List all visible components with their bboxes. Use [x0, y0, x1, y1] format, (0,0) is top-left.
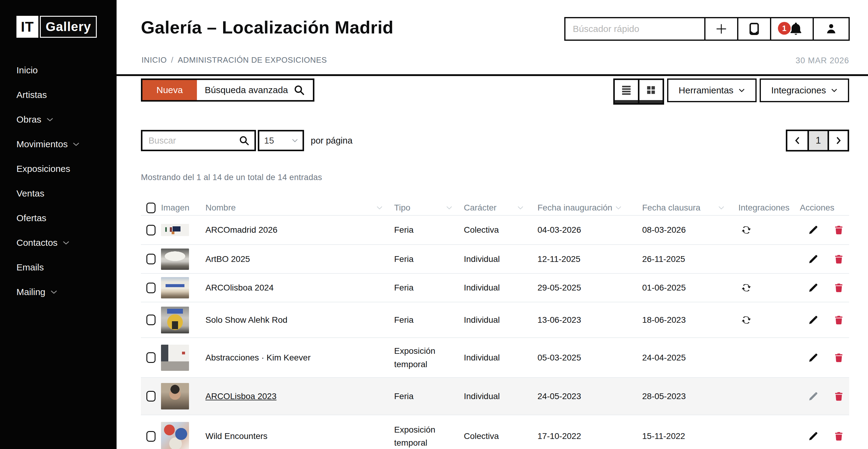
- date-opening: 04-03-2026: [537, 223, 642, 236]
- sort-chevron-icon[interactable]: [718, 206, 725, 210]
- delete-icon[interactable]: [833, 315, 844, 325]
- delete-icon[interactable]: [833, 282, 844, 293]
- table-row[interactable]: Solo Show Alehk Rod Feria Individual 13-…: [141, 302, 849, 338]
- row-checkbox[interactable]: [146, 315, 156, 325]
- pagination: 1: [786, 130, 849, 152]
- delete-icon[interactable]: [833, 431, 844, 442]
- date-closing: 08-03-2026: [642, 223, 738, 236]
- row-checkbox[interactable]: [146, 225, 156, 235]
- quick-add-button[interactable]: [704, 18, 737, 39]
- date-opening: 29-05-2025: [537, 281, 642, 294]
- edit-icon[interactable]: [808, 352, 819, 363]
- integrations-dropdown[interactable]: Integraciones: [760, 78, 849, 102]
- sync-icon[interactable]: [741, 315, 752, 325]
- breadcrumb-home[interactable]: INICIO: [142, 55, 167, 65]
- new-button[interactable]: Nueva: [143, 80, 197, 100]
- table-row[interactable]: ARCOlisboa 2024 Feria Individual 29-05-2…: [141, 273, 849, 302]
- tools-label: Herramientas: [679, 85, 734, 96]
- advanced-search-label: Búsqueda avanzada: [205, 85, 288, 95]
- sidebar-item-label: Ofertas: [17, 213, 46, 223]
- edit-icon[interactable]: [808, 391, 819, 402]
- exhibition-name[interactable]: ARCOmadrid 2026: [206, 225, 278, 235]
- edit-icon[interactable]: [808, 431, 819, 442]
- sidebar-item-label: Inicio: [17, 65, 38, 75]
- exhibition-name[interactable]: ARCOlisboa 2024: [206, 283, 274, 293]
- edit-icon[interactable]: [808, 254, 819, 265]
- column-caracter[interactable]: Carácter: [464, 203, 496, 213]
- sort-chevron-icon[interactable]: [445, 206, 453, 210]
- edit-icon[interactable]: [808, 315, 819, 325]
- toolbar-right: Herramientas Integraciones: [613, 78, 849, 105]
- exhibition-name[interactable]: ARCOLisboa 2023: [206, 391, 276, 401]
- edit-icon[interactable]: [808, 224, 819, 235]
- delete-icon[interactable]: [833, 254, 844, 265]
- table-row[interactable]: ARCOLisboa 2023 Feria Individual 24-05-2…: [141, 377, 849, 415]
- sidebar-item-contactos[interactable]: Contactos: [0, 230, 117, 255]
- delete-icon[interactable]: [833, 352, 844, 363]
- sort-chevron-icon[interactable]: [615, 206, 622, 210]
- sidebar-item-inicio[interactable]: Inicio: [0, 58, 117, 83]
- device-button[interactable]: [737, 18, 770, 39]
- chevron-down-icon: [62, 240, 70, 245]
- sync-icon[interactable]: [741, 282, 752, 293]
- sidebar-item-ofertas[interactable]: Ofertas: [0, 206, 117, 230]
- current-page[interactable]: 1: [807, 131, 828, 150]
- logo-it: IT: [17, 16, 38, 38]
- column-acciones: Acciones: [800, 203, 835, 213]
- sidebar-item-label: Artistas: [17, 90, 47, 100]
- date-closing: 24-04-2025: [642, 351, 738, 364]
- list-view-button[interactable]: [615, 80, 638, 103]
- row-checkbox[interactable]: [146, 352, 156, 363]
- date-closing: 26-11-2025: [642, 253, 738, 265]
- search-icon[interactable]: [239, 135, 250, 146]
- quick-search-input[interactable]: [565, 18, 704, 39]
- column-nombre[interactable]: Nombre: [206, 203, 236, 213]
- search-input[interactable]: [143, 136, 234, 146]
- exhibition-type: Feria: [394, 281, 464, 294]
- sort-chevron-icon[interactable]: [517, 206, 524, 210]
- column-tipo[interactable]: Tipo: [394, 203, 410, 213]
- edit-icon[interactable]: [808, 282, 819, 293]
- row-checkbox[interactable]: [146, 283, 156, 293]
- sync-icon[interactable]: [741, 224, 752, 235]
- date-closing: 18-06-2023: [642, 313, 738, 326]
- exhibition-name[interactable]: ArtBO 2025: [206, 254, 250, 264]
- table-row[interactable]: Abstracciones · Kim Keever Exposición te…: [141, 338, 849, 377]
- sidebar-item-ventas[interactable]: Ventas: [0, 181, 117, 206]
- page-header: Galería – Localización Madrid INICIO / A…: [117, 0, 868, 76]
- sidebar-item-label: Obras: [17, 115, 41, 125]
- exhibition-name[interactable]: Solo Show Alehk Rod: [206, 315, 287, 325]
- delete-icon[interactable]: [833, 391, 844, 402]
- table-row[interactable]: ArtBO 2025 Feria Individual 12-11-2025 2…: [141, 244, 849, 273]
- list-controls: 15 por página 1: [141, 130, 849, 152]
- row-checkbox[interactable]: [146, 254, 156, 264]
- advanced-search-button[interactable]: Búsqueda avanzada: [197, 80, 313, 100]
- row-checkbox[interactable]: [146, 391, 156, 402]
- logo[interactable]: IT Gallery: [17, 16, 117, 38]
- row-checkbox[interactable]: [146, 431, 156, 442]
- sidebar-item-mailing[interactable]: Mailing: [0, 280, 117, 304]
- tools-dropdown[interactable]: Herramientas: [667, 78, 756, 102]
- next-page-button[interactable]: [828, 131, 847, 150]
- notifications-button[interactable]: 1: [770, 18, 813, 39]
- delete-icon[interactable]: [833, 224, 844, 235]
- sidebar-item-exposiciones[interactable]: Exposiciones: [0, 156, 117, 181]
- exhibition-name[interactable]: Abstracciones · Kim Keever: [206, 353, 310, 363]
- sidebar-item-movimientos[interactable]: Movimientos: [0, 132, 117, 156]
- prev-page-button[interactable]: [787, 131, 807, 150]
- sidebar-item-emails[interactable]: Emails: [0, 255, 117, 280]
- column-fecha-clausura[interactable]: Fecha clausura: [642, 203, 700, 213]
- table-row[interactable]: Wild Encounters Exposición temporal Cole…: [141, 415, 849, 449]
- table-row[interactable]: ARCOmadrid 2026 Feria Colectiva 04-03-20…: [141, 215, 849, 244]
- page-size-select[interactable]: 15: [258, 130, 304, 151]
- grid-view-button[interactable]: [640, 80, 662, 103]
- topbar: 1: [564, 17, 850, 41]
- sort-chevron-icon[interactable]: [376, 206, 383, 210]
- sidebar-item-artistas[interactable]: Artistas: [0, 83, 117, 107]
- exhibition-name[interactable]: Wild Encounters: [206, 431, 268, 441]
- date-closing: 28-05-2023: [642, 390, 738, 403]
- column-fecha-inauguracion[interactable]: Fecha inauguración: [537, 203, 612, 213]
- profile-button[interactable]: [813, 18, 848, 39]
- sidebar-item-obras[interactable]: Obras: [0, 107, 117, 132]
- select-all-checkbox[interactable]: [146, 202, 156, 213]
